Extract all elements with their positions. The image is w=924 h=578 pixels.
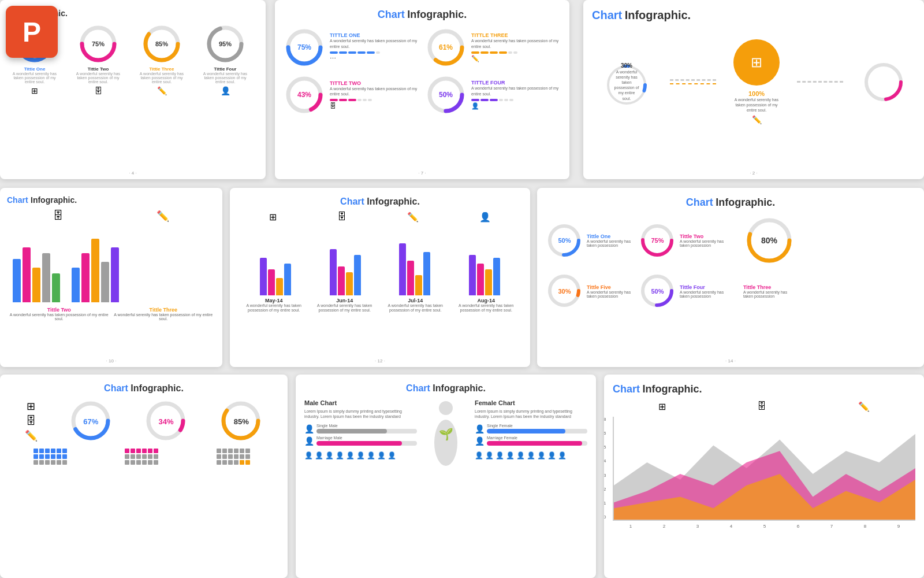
powerpoint-logo: P (6, 6, 58, 58)
slide5-months: May-14 A wonderful serenity has taken po… (239, 298, 521, 313)
slide9-icons: ⊞ 🗄 ✏️ (613, 401, 915, 412)
slide7-title: Chart Infographic. (9, 383, 279, 394)
slide1-page: · 4 · (129, 171, 136, 176)
slide7-circles: ⊞ 🗄 ✏️ 67% 34% (9, 399, 279, 443)
slide9-chart: 8 6 5 4 3 2 1 0 1 2 3 (613, 417, 915, 521)
slide8-female: Female Chart Lorem Ipsum is simply dummy… (475, 399, 587, 469)
slide4-labels: Tittle Two A wonderful serenity has take… (7, 307, 215, 321)
slide6-page: · 14 · (725, 358, 736, 364)
svg-point-39 (434, 420, 457, 466)
slide-6: Chart Infographic. 50% Tittle One A wond… (537, 188, 924, 367)
slide5-page: · 12 · (375, 358, 385, 364)
gauge-2: 75% Tittle Two A wonderful serenity has … (72, 24, 124, 95)
slide6-bottom-row: 30% Tittle Five A wonderful serenity has… (546, 272, 915, 310)
slide6-title: Chart Infographic. (546, 197, 915, 209)
slide4-barchart (7, 227, 215, 302)
gauge-4: 95% Tittle Four A wonderful serenity has… (199, 24, 251, 95)
svg-point-38 (439, 401, 453, 415)
slide3-title: Chart Infographic. (592, 9, 915, 22)
slide-5: Chart Infographic. ⊞ 🗄 ✏️ 👤 (230, 188, 530, 367)
slide2-page: · 7 · (418, 171, 426, 176)
slide3-items: 30% A wonderful serenity has taken posse… (592, 39, 915, 124)
slide6-top-row: 50% Tittle One A wonderful serenity has … (546, 214, 915, 266)
slide8-male: Male Chart Lorem Ipsum is simply dummy p… (304, 399, 417, 469)
slide-3: Chart Infographic. 30% A wonderful seren… (583, 0, 924, 179)
slide-8: Chart Infographic. Male Chart Lorem Ipsu… (296, 375, 596, 578)
logo-letter: P (23, 16, 41, 48)
slide2-title: Chart Infographic. (284, 9, 561, 21)
slide2-items: 75% TITTLE ONE A wonderful serenity has … (284, 27, 561, 116)
slide9-title: Chart Infographic. (613, 383, 915, 395)
slide8-title: Chart Infographic. (304, 383, 587, 394)
slide4-title: Chart Infographic. (7, 195, 215, 205)
slide5-icons: ⊞ 🗄 ✏️ 👤 (239, 212, 521, 223)
slide2-item-2: 61% TITTLE THREE A wonderful serenity ha… (425, 27, 561, 68)
slide-7: Chart Infographic. ⊞ 🗄 ✏️ 67% (0, 375, 288, 578)
slide3-page: · 2 · (750, 171, 757, 176)
slide2-item-3: 43% TITTLE TWO A wonderful serenity has … (284, 74, 419, 116)
slide-4: Chart Infographic. 🗄 ✏️ (0, 188, 222, 367)
slide2-item-1: 75% TITTLE ONE A wonderful serenity has … (284, 27, 419, 68)
slide-9: Chart Infographic. ⊞ 🗄 ✏️ 8 6 5 4 3 2 1 … (604, 375, 924, 578)
slide4-icons: 🗄 ✏️ (7, 210, 215, 223)
slide8-body: Male Chart Lorem Ipsum is simply dummy p… (304, 399, 587, 469)
slide-2: Chart Infographic. 75% TITTLE ONE A wond… (275, 0, 569, 179)
slide2-item-4: 50% TITTLE FOUR A wonderful serenity has… (425, 74, 561, 116)
slide5-barchart (239, 226, 521, 295)
slide4-page: · 10 · (106, 358, 117, 364)
slide5-title: Chart Infographic. (239, 197, 521, 207)
slide7-dotgrids (9, 449, 279, 465)
gauge-3: 85% Tittle Three A wonderful serenity ha… (136, 24, 188, 95)
